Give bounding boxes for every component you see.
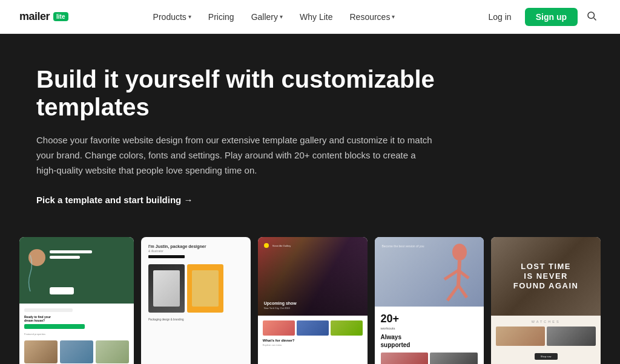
chevron-down-icon: ▾ (280, 13, 283, 20)
template-col-5: LOST TIMEIS NEVERFOUND AGAIN WATCHES Sho… (491, 237, 601, 364)
nav-resources[interactable]: Resources ▾ (342, 8, 402, 25)
main-nav: Products ▾ Pricing Gallery ▾ Why Lite Re… (146, 8, 403, 25)
hero-title: Build it yourself with customizable temp… (36, 65, 460, 121)
template-col-1: Ready to find yourdream house? Featured … (19, 237, 134, 364)
navbar-actions: Log in Sign up (480, 7, 601, 27)
logo-text: mailer (19, 10, 50, 23)
hero-section: Build it yourself with customizable temp… (0, 34, 620, 218)
svg-point-3 (452, 244, 467, 261)
nav-products[interactable]: Products ▾ (146, 8, 199, 25)
template-col-2: I'm Justin, package designer& illustrato… (141, 237, 251, 364)
templates-grid: Ready to find yourdream house? Featured … (19, 237, 601, 364)
chevron-down-icon: ▾ (188, 13, 191, 20)
nav-products-label: Products (153, 12, 186, 22)
nav-why-lite[interactable]: Why Lite (292, 8, 340, 25)
template-card-5[interactable]: LOST TIMEIS NEVERFOUND AGAIN WATCHES Sho… (491, 237, 601, 364)
template-card-4[interactable]: Become the best version of you 20+ worko… (375, 237, 484, 364)
template-card-2[interactable]: I'm Justin, package designer& illustrato… (141, 237, 251, 364)
template-card-1[interactable]: Ready to find yourdream house? Featured … (19, 237, 134, 364)
svg-line-4 (458, 261, 460, 285)
chevron-down-icon: ▾ (392, 13, 395, 20)
svg-line-5 (444, 270, 458, 279)
nav-why-lite-label: Why Lite (300, 12, 332, 22)
logo[interactable]: mailer lite (19, 10, 68, 23)
nav-gallery-label: Gallery (251, 12, 278, 22)
svg-line-8 (458, 285, 467, 297)
search-button[interactable] (582, 7, 601, 27)
nav-gallery[interactable]: Gallery ▾ (244, 8, 290, 25)
templates-section: Ready to find yourdream house? Featured … (0, 218, 620, 364)
svg-line-7 (447, 285, 458, 301)
logo-badge: lite (53, 12, 68, 21)
svg-point-0 (588, 12, 595, 19)
nav-pricing-label: Pricing (208, 12, 234, 22)
signup-button[interactable]: Sign up (525, 8, 578, 26)
template-col-3: Street Art Gallery Upcoming show New Yor… (258, 237, 368, 364)
svg-line-1 (594, 18, 596, 21)
nav-resources-label: Resources (349, 12, 390, 22)
template-card-3[interactable]: Street Art Gallery Upcoming show New Yor… (258, 237, 368, 364)
hero-description: Choose your favorite website design from… (36, 133, 436, 178)
template-col-4: Become the best version of you 20+ worko… (375, 237, 484, 364)
login-button[interactable]: Log in (480, 8, 520, 25)
navbar: mailer lite Products ▾ Pricing Gallery ▾… (0, 0, 620, 34)
search-icon (586, 10, 597, 21)
hero-cta-link[interactable]: Pick a template and start building → (36, 195, 193, 205)
nav-pricing[interactable]: Pricing (201, 8, 242, 25)
